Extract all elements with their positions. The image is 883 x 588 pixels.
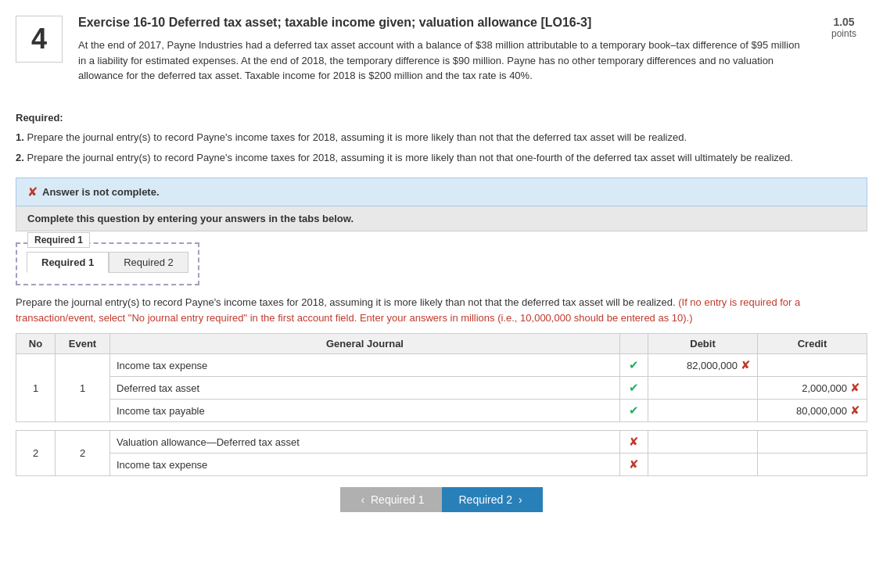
next-button-label: Required 2: [459, 493, 513, 506]
table-row: 2 2 Valuation allowance—Deferred tax ass…: [16, 431, 867, 454]
th-debit: Debit: [648, 334, 758, 354]
row2-entry1-credit[interactable]: [758, 431, 867, 454]
row1-entry1-debit[interactable]: 82,000,000 ✘: [648, 354, 758, 377]
row1-debit-error-icon: ✘: [741, 358, 751, 372]
row1-entry1-credit[interactable]: [758, 354, 867, 377]
row1-entry2-account[interactable]: Deferred tax asset: [110, 377, 620, 400]
th-general-journal: General Journal: [110, 334, 620, 354]
complete-banner-text: Complete this question by entering your …: [27, 213, 354, 224]
next-button[interactable]: Required 2 ›: [442, 487, 543, 512]
tabs-container: Required 1 Required 1 Required 2: [16, 242, 199, 285]
points-value: 1.05: [820, 16, 867, 28]
row2-entry2-check: ✘: [620, 454, 648, 476]
row2-entry1-account[interactable]: Valuation allowance—Deferred tax asset: [110, 431, 620, 454]
row1-entry1-check: ✔: [620, 354, 648, 377]
instruction-text: Prepare the journal entry(s) to record P…: [16, 295, 867, 325]
points-label: 1.05 points: [820, 16, 867, 39]
answer-error-icon: ✘: [27, 185, 38, 199]
answer-complete-section: ✘ Answer is not complete. Complete this …: [16, 177, 867, 231]
complete-banner: Complete this question by entering your …: [16, 206, 867, 231]
row2-entry2-account[interactable]: Income tax expense: [110, 454, 620, 476]
row2-entry2-credit[interactable]: [758, 454, 867, 476]
row1-entry3-account[interactable]: Income tax payable: [110, 400, 620, 422]
instruction-prefix: Prepare the journal entry(s) to record P…: [16, 296, 678, 308]
row1-credit3-value: 80,000,000 ✘: [764, 403, 860, 418]
question-body: At the end of 2017, Payne Industries had…: [78, 38, 805, 84]
row1-credit2-value: 2,000,000 ✘: [764, 381, 860, 395]
prev-arrow: ‹: [361, 493, 364, 506]
tab-required1[interactable]: Required 1 Required 1: [27, 252, 109, 273]
row1-entry3-debit[interactable]: [648, 400, 758, 422]
row1-entry2-check: ✔: [620, 377, 648, 400]
th-event: Event: [56, 334, 110, 354]
row1-credit2-error-icon: ✘: [850, 381, 860, 395]
nav-buttons: ‹ Required 1 Required 2 ›: [16, 487, 867, 512]
row2-no: 2: [16, 431, 56, 476]
row1-debit-value: 82,000,000 ✘: [655, 358, 751, 372]
question-number: 4: [31, 23, 47, 56]
prev-button-label: Required 1: [371, 493, 425, 506]
row1-event: 1: [56, 354, 110, 422]
row1-no: 1: [16, 354, 56, 422]
answer-banner: ✘ Answer is not complete.: [16, 177, 867, 206]
required-label: Required:: [16, 110, 867, 126]
answer-banner-text: Answer is not complete.: [42, 186, 160, 198]
required-item2-bold: 2.: [16, 152, 24, 163]
row1-entry2-credit[interactable]: 2,000,000 ✘: [758, 377, 867, 400]
tab-required1-label: Required 1: [41, 256, 94, 268]
row2-entry2-debit[interactable]: [648, 454, 758, 476]
row2-event: 2: [56, 431, 110, 476]
table-row: Deferred tax asset ✔ 2,000,000 ✘: [16, 377, 867, 400]
row2-entry1-debit[interactable]: [648, 431, 758, 454]
prev-button[interactable]: ‹ Required 1: [340, 487, 441, 512]
row1-entry1-account[interactable]: Income tax expense: [110, 354, 620, 377]
required-item1: 1. Prepare the journal entry(s) to recor…: [16, 130, 867, 145]
required-item2: 2. Prepare the journal entry(s) to recor…: [16, 150, 867, 166]
row1-entry2-debit[interactable]: [648, 377, 758, 400]
th-credit: Credit: [758, 334, 867, 354]
required-item1-text: Prepare the journal entry(s) to record P…: [24, 131, 687, 143]
required-section: Required: 1. Prepare the journal entry(s…: [16, 110, 867, 166]
th-check: [620, 334, 648, 354]
next-arrow: ›: [519, 493, 522, 506]
points-text: points: [820, 28, 867, 39]
page-wrapper: 4 Exercise 16-10 Deferred tax asset; tax…: [16, 16, 867, 512]
question-number-box: 4: [16, 16, 63, 63]
tabs-row: Required 1 Required 1 Required 2: [27, 252, 188, 273]
separator-row: [16, 422, 867, 431]
row1-entry3-check: ✔: [620, 400, 648, 422]
tab-required2[interactable]: Required 2: [109, 252, 188, 273]
tab-tooltip: Required 1: [27, 232, 90, 248]
th-no: No: [16, 334, 56, 354]
table-row: 1 1 Income tax expense ✔ 82,000,000 ✘: [16, 354, 867, 377]
table-row: Income tax expense ✘: [16, 454, 867, 476]
required-item1-bold: 1.: [16, 131, 24, 143]
question-title: Exercise 16-10 Deferred tax asset; taxab…: [78, 16, 805, 30]
header-content: Exercise 16-10 Deferred tax asset; taxab…: [78, 16, 805, 95]
header-row: 4 Exercise 16-10 Deferred tax asset; tax…: [16, 16, 867, 95]
journal-table: No Event General Journal Debit Credit 1 …: [16, 333, 867, 476]
table-row: Income tax payable ✔ 80,000,000 ✘: [16, 400, 867, 422]
row2-entry1-check: ✘: [620, 431, 648, 454]
required-item2-text: Prepare the journal entry(s) to record P…: [24, 152, 793, 163]
row1-credit3-error-icon: ✘: [850, 403, 860, 418]
row1-entry3-credit[interactable]: 80,000,000 ✘: [758, 400, 867, 422]
tab-required2-label: Required 2: [124, 256, 174, 268]
